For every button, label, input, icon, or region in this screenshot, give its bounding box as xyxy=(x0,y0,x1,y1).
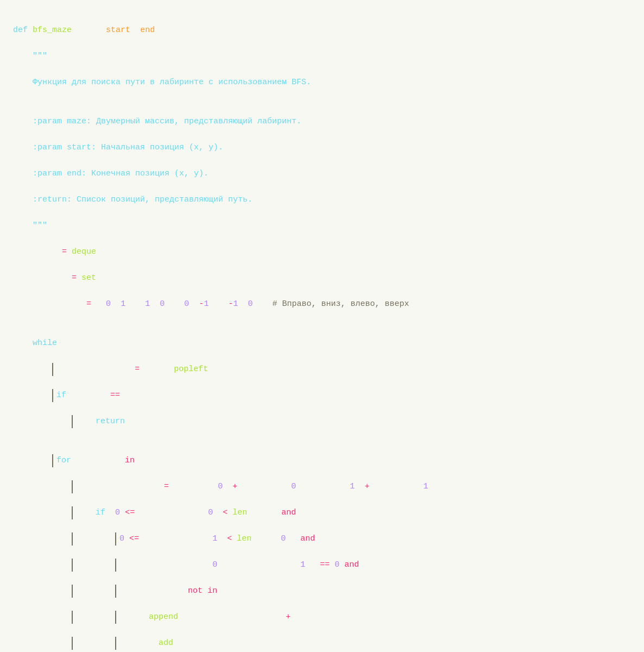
line-25: queue.append((next_position, path + [nex… xyxy=(13,611,631,624)
line-23: maze[next_position[0]][next_position[1]]… xyxy=(13,559,631,572)
line-22: 0 <= next_position[1] < len(maze[0]) and xyxy=(13,532,631,546)
line-10: queue = deque([(start, [start])]) xyxy=(13,246,631,259)
line-21: if (0 <= next_position[0] < len(maze) an… xyxy=(13,506,631,519)
line-6: :param start: Начальная позиция (x, y). xyxy=(13,141,631,154)
line-3: Функция для поиска пути в лабиринте с ис… xyxy=(13,76,631,89)
line-19: for direction in directions: xyxy=(13,454,631,467)
line-24: next_position not in visited): xyxy=(13,585,631,598)
line-14: while queue: xyxy=(13,337,631,350)
line-2: """ xyxy=(13,50,631,63)
line-11: visited = set() xyxy=(13,272,631,285)
line-5: :param maze: Двумерный массив, представл… xyxy=(13,115,631,128)
line-20: next_position = (current[0] + direction[… xyxy=(13,480,631,493)
line-8: :return: Список позиций, представляющий … xyxy=(13,193,631,206)
line-7: :param end: Конечная позиция (x, y). xyxy=(13,167,631,180)
line-1: def bfs_maze(maze, start, end): xyxy=(13,24,631,37)
line-17: return path xyxy=(13,415,631,428)
line-12: directions = [(0, 1), (1, 0), (0, -1), (… xyxy=(13,298,631,311)
line-9: """ xyxy=(13,220,631,233)
code-editor: def bfs_maze(maze, start, end): """ Функ… xyxy=(13,11,631,652)
line-16: if current == end: xyxy=(13,389,631,402)
line-15: (current, path) = queue.popleft() xyxy=(13,363,631,376)
line-26: visited.add(next_position) xyxy=(13,637,631,650)
